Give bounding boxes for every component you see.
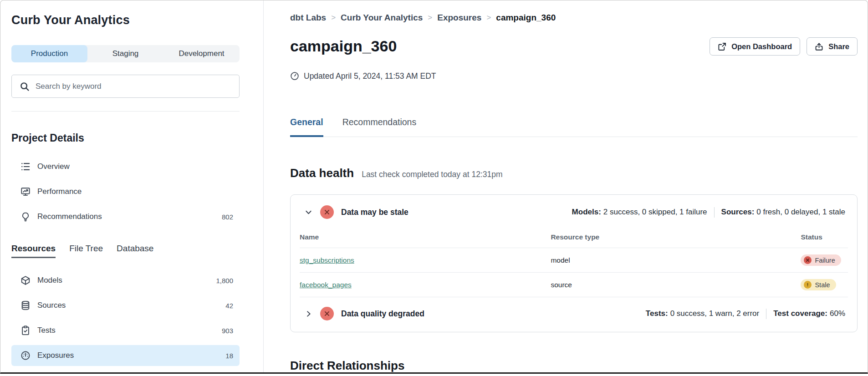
quality-group-summary: Tests: 0 success, 1 warn, 2 error Test c…: [646, 309, 845, 319]
tab-general[interactable]: General: [290, 116, 323, 137]
resource-type-cell: source: [551, 273, 801, 297]
sidebar-item-label: Exposures: [37, 351, 74, 360]
stale-group-summary: Models: 2 success, 0 skipped, 1 failure …: [572, 207, 845, 218]
resource-view-tabs: Resources File Tree Database: [11, 244, 240, 258]
quality-group-title: Data quality degraded: [341, 306, 424, 321]
sidebar-item-recommendations[interactable]: Recommendations 802: [11, 206, 240, 227]
resource-link-facebook-pages[interactable]: facebook_pages: [300, 281, 352, 289]
sidebar-item-count: 18: [225, 352, 233, 360]
breadcrumb-current: campaign_360: [496, 12, 556, 23]
status-badge-stale: Stale: [801, 279, 836, 290]
main-content: dbt Labs > Curb Your Analytics > Exposur…: [264, 0, 868, 372]
search-box[interactable]: [11, 75, 240, 98]
sidebar-divider: [11, 111, 240, 112]
sidebar-item-label: Sources: [37, 301, 66, 310]
open-dashboard-button[interactable]: Open Dashboard: [710, 37, 800, 56]
data-health-card: Data may be stale Models: 2 success, 0 s…: [290, 194, 858, 332]
sidebar-item-tests[interactable]: Tests 903: [11, 320, 240, 341]
tests-summary-label: Tests:: [646, 309, 668, 318]
sidebar-item-exposures[interactable]: Exposures 18: [11, 345, 240, 366]
sidebar-item-label: Models: [37, 276, 62, 285]
sidebar-item-performance[interactable]: Performance: [11, 181, 240, 202]
project-details-list: Overview Performance Recommendations 802: [11, 156, 240, 227]
stale-group-title: Data may be stale: [341, 205, 408, 219]
data-health-title: Data health: [290, 165, 354, 181]
chevron-down-icon[interactable]: [304, 208, 313, 217]
sidebar-item-count: 1,800: [216, 277, 233, 285]
chevron-right-icon[interactable]: [304, 310, 313, 318]
detail-tabs: General Recommendations: [290, 116, 858, 137]
gauge-icon: [20, 351, 31, 361]
list-icon: [20, 162, 31, 172]
updated-text: Updated April 5, 2024, 11:53 AM EDT: [304, 71, 436, 81]
table-header-row: Name Resource type Status: [300, 227, 848, 248]
resources-list: Models 1,800 Sources 42 Tests 903 Exposu…: [11, 270, 240, 366]
sidebar-item-count: 903: [222, 327, 233, 335]
tests-summary-value: 0 success, 1 warn, 2 error: [670, 309, 760, 318]
database-icon: [20, 300, 31, 310]
resource-link-stg-subscriptions[interactable]: stg_subscriptions: [300, 256, 354, 264]
search-input[interactable]: [36, 82, 231, 91]
page-title: campaign_360: [290, 36, 397, 56]
sources-summary-label: Sources:: [721, 208, 755, 217]
breadcrumb-project[interactable]: Curb Your Analytics: [341, 12, 423, 23]
sources-summary-value: 0 fresh, 0 delayed, 1 stale: [756, 208, 845, 217]
cube-icon: [20, 275, 31, 285]
tab-recommendations[interactable]: Recommendations: [342, 116, 417, 137]
sidebar-item-sources[interactable]: Sources 42: [11, 295, 240, 316]
quality-group-header[interactable]: Data quality degraded Tests: 0 success, …: [300, 297, 848, 332]
environment-tabs: Production Staging Development: [11, 45, 240, 62]
sidebar-item-models[interactable]: Models 1,800: [11, 270, 240, 291]
sidebar-item-label: Overview: [37, 162, 70, 171]
search-icon: [20, 81, 30, 91]
lightbulb-icon: [20, 212, 31, 222]
breadcrumb-dbt-labs[interactable]: dbt Labs: [290, 12, 326, 23]
status-badge-failure: Failure: [801, 254, 841, 266]
stale-group-header[interactable]: Data may be stale Models: 2 success, 0 s…: [300, 195, 848, 227]
breadcrumb-exposures[interactable]: Exposures: [437, 12, 481, 23]
clipboard-check-icon: [20, 325, 31, 335]
breadcrumb-separator: >: [428, 12, 432, 23]
env-tab-development[interactable]: Development: [163, 45, 240, 62]
updated-timestamp: Updated April 5, 2024, 11:53 AM EDT: [290, 71, 858, 81]
models-summary-value: 2 success, 0 skipped, 1 failure: [603, 208, 707, 217]
title-row: campaign_360 Open Dashboard Share: [290, 36, 858, 56]
sidebar: Curb Your Analytics Production Staging D…: [0, 0, 264, 372]
breadcrumb-separator: >: [486, 12, 491, 23]
stale-warning-icon: [804, 281, 812, 289]
app-window: Curb Your Analytics Production Staging D…: [0, 0, 868, 374]
sidebar-item-count: 42: [225, 302, 233, 310]
tab-file-tree[interactable]: File Tree: [69, 244, 103, 257]
last-check-text: Last check completed today at 12:31pm: [362, 170, 502, 179]
status-badge-label: Failure: [815, 257, 835, 264]
failure-x-icon: [804, 256, 812, 264]
tab-resources[interactable]: Resources: [11, 244, 56, 258]
sidebar-item-label: Recommendations: [37, 212, 102, 221]
direct-relationships-heading: Direct Relationships: [290, 358, 858, 373]
breadcrumb-separator: >: [331, 12, 336, 23]
error-status-icon: [320, 307, 334, 320]
external-link-icon: [718, 42, 726, 51]
column-header-resource-type: Resource type: [551, 227, 801, 248]
share-button[interactable]: Share: [807, 37, 858, 56]
clock-icon: [290, 71, 299, 81]
coverage-summary-label: Test coverage:: [773, 309, 827, 318]
share-label: Share: [828, 42, 849, 51]
error-status-icon: [320, 205, 334, 219]
table-row: facebook_pages source Stale: [300, 273, 848, 297]
stale-resources-table: Name Resource type Status stg_subscripti…: [300, 227, 848, 297]
tab-database[interactable]: Database: [117, 244, 153, 257]
performance-icon: [20, 187, 31, 197]
env-tab-production[interactable]: Production: [11, 45, 87, 62]
project-details-heading: Project Details: [11, 131, 240, 145]
sidebar-item-overview[interactable]: Overview: [11, 156, 240, 177]
env-tab-staging[interactable]: Staging: [87, 45, 163, 62]
project-title: Curb Your Analytics: [11, 12, 240, 28]
sidebar-item-label: Tests: [37, 326, 56, 335]
coverage-summary-value: 60%: [830, 309, 845, 318]
open-dashboard-label: Open Dashboard: [731, 42, 792, 51]
summary-divider: [714, 207, 715, 218]
share-icon: [815, 42, 823, 51]
models-summary-label: Models:: [572, 208, 601, 217]
sidebar-item-count: 802: [222, 213, 233, 221]
